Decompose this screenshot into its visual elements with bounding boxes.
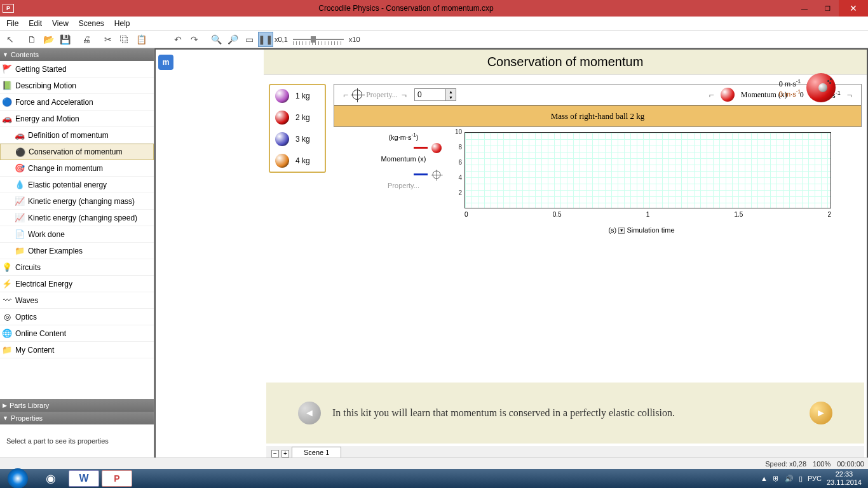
tool-cursor[interactable]: ↖ [3, 32, 18, 47]
slider-track[interactable] [293, 39, 344, 40]
remove-scene-button[interactable]: − [271, 450, 279, 458]
properties-panel-header[interactable]: ▼Properties [0, 412, 154, 424]
zoom-fit-button[interactable]: ▭ [241, 32, 257, 47]
windows-icon [8, 468, 28, 488]
menu-scenes[interactable]: Scenes [75, 18, 108, 29]
pause-button[interactable]: ❚❚ [258, 32, 273, 47]
mass-option[interactable]: 2 kg [270, 107, 325, 128]
ball-icon [275, 89, 289, 103]
spin-down-button[interactable]: ▼ [446, 95, 456, 100]
slider-thumb[interactable] [311, 36, 316, 43]
close-button[interactable]: ✕ [839, 0, 868, 17]
x-ticks: 00.511.52 [465, 211, 831, 218]
undo-button[interactable]: ↶ [170, 32, 186, 47]
property-value-spinner[interactable]: ▲▼ [414, 88, 456, 101]
copy-button[interactable]: ⿻ [117, 32, 132, 47]
tree-item[interactable]: 📈Kinetic energy (changing mass) [0, 193, 154, 210]
menu-file[interactable]: File [3, 18, 22, 29]
speed-slider[interactable]: x0,1 x10 [275, 36, 360, 43]
tray-volume-icon[interactable]: 🔊 [785, 475, 794, 483]
ball-icon [275, 132, 289, 146]
add-scene-button[interactable]: + [281, 450, 289, 458]
open-button[interactable]: 📂 [41, 32, 56, 47]
taskbar-crocodile[interactable]: P [102, 470, 132, 487]
momentum-chart[interactable]: 108642 00.511.52 (s) ▼ Simulation time [447, 132, 836, 234]
redo-button[interactable]: ↷ [187, 32, 202, 47]
menu-help[interactable]: Help [111, 18, 134, 29]
tree-item-label: Electrical Energy [15, 280, 72, 288]
simulation-playfield[interactable]: 0 m·s-10 m·s-1 [334, 105, 861, 105]
mass-option[interactable]: 1 kg [270, 85, 325, 107]
tree-item[interactable]: 🚩Getting Started [0, 61, 154, 78]
mass-option[interactable]: 3 kg [270, 128, 325, 150]
mass-option[interactable]: 4 kg [270, 150, 325, 172]
tray-power-icon[interactable]: ▯ [799, 475, 803, 483]
mass-banner: Mass of right-hand ball 2 kg [334, 105, 861, 126]
tray-security-icon[interactable]: ⛨ [773, 475, 780, 482]
tree-item-icon: 🎯 [14, 163, 25, 174]
status-time: 00:00:00 [837, 460, 864, 468]
tree-item[interactable]: 〰Waves [0, 292, 154, 309]
axis-dropdown[interactable]: ▼ [618, 227, 625, 234]
tree-item-icon: 📗 [1, 80, 13, 92]
tree-item-icon: 💧 [14, 179, 25, 191]
new-button[interactable]: 🗋 [24, 32, 39, 47]
tree-item-label: Waves [15, 296, 38, 305]
tree-item[interactable]: 📈Kinetic energy (changing speed) [0, 210, 154, 226]
spin-up-button[interactable]: ▲ [446, 89, 456, 95]
tree-item[interactable]: 💡Circuits [0, 259, 154, 276]
tree-item[interactable]: 🚗Definition of momentum [0, 127, 154, 144]
tree-item-icon: 📈 [14, 212, 25, 224]
taskbar-chrome[interactable]: ◉ [36, 470, 66, 487]
speed-min-label: x0,1 [275, 36, 288, 43]
tray-clock[interactable]: 22:33 23.11.2014 [827, 470, 865, 487]
left-ball[interactable] [818, 83, 827, 92]
mass-label: 2 kg [295, 113, 310, 122]
paste-button[interactable]: 📋 [133, 32, 149, 47]
tree-item-label: Getting Started [15, 65, 67, 74]
tree-item[interactable]: 💧Elastic potential energy [0, 177, 154, 193]
tree-item[interactable]: 🎯Change in momentum [0, 160, 154, 177]
tree-item[interactable]: ⚡Electrical Energy [0, 276, 154, 292]
prev-step-button[interactable]: ◄ [298, 402, 321, 424]
property-selector[interactable]: Property... [339, 90, 410, 100]
scene-tab-1[interactable]: Scene 1 [292, 447, 341, 458]
zoom-in-button[interactable]: 🔍 [208, 32, 224, 47]
property-value-input[interactable] [415, 89, 445, 100]
ball-icon [275, 154, 289, 168]
contents-panel-header[interactable]: ▼Contents [0, 48, 154, 61]
zoom-out-button[interactable]: 🔎 [225, 32, 240, 47]
next-step-button[interactable]: ► [810, 402, 832, 424]
tree-item[interactable]: 🚗Energy and Motion [0, 111, 154, 127]
taskbar-word[interactable]: W [69, 470, 99, 487]
maximize-button[interactable]: ❐ [816, 0, 839, 17]
tree-item[interactable]: 🔵Force and Acceleration [0, 94, 154, 111]
tree-item-label: Kinetic energy (changing speed) [28, 214, 137, 222]
start-button[interactable] [3, 470, 33, 487]
tree-item[interactable]: 📁My Content [0, 342, 154, 358]
minimize-button[interactable]: — [793, 0, 816, 17]
tree-item-label: Definition of momentum [28, 131, 109, 140]
target-icon [433, 170, 441, 179]
tray-lang[interactable]: РУС [808, 475, 822, 482]
tree-item-icon: 〰 [1, 295, 13, 306]
status-bar: Speed: x0,28 100% 00:00:00 [0, 458, 868, 469]
tree-item[interactable]: ◎Optics [0, 309, 154, 325]
tree-item[interactable]: 📁Other Examples [0, 243, 154, 259]
model-icon[interactable]: m [158, 55, 173, 70]
save-button[interactable]: 💾 [57, 32, 72, 47]
tree-item-label: Energy and Motion [15, 114, 79, 123]
tree-item[interactable]: 🌐Online Content [0, 325, 154, 342]
menu-edit[interactable]: Edit [25, 18, 46, 29]
menu-view[interactable]: View [48, 18, 72, 29]
system-tray[interactable]: ▲ ⛨ 🔊 ▯ РУС 22:33 23.11.2014 [761, 470, 865, 487]
tree-item[interactable]: ⚫Conservation of momentum [0, 144, 154, 160]
parts-panel-header[interactable]: ▶Parts Library [0, 399, 154, 412]
contents-tree: 🚩Getting Started📗Describing Motion🔵Force… [0, 61, 154, 399]
tree-item-icon: 🔵 [1, 97, 13, 108]
cut-button[interactable]: ✂ [100, 32, 116, 47]
tray-show-hidden-icon[interactable]: ▲ [761, 475, 768, 482]
tree-item[interactable]: 📗Describing Motion [0, 78, 154, 94]
print-button[interactable]: 🖨 [79, 32, 94, 47]
tree-item[interactable]: 📄Work done [0, 226, 154, 243]
